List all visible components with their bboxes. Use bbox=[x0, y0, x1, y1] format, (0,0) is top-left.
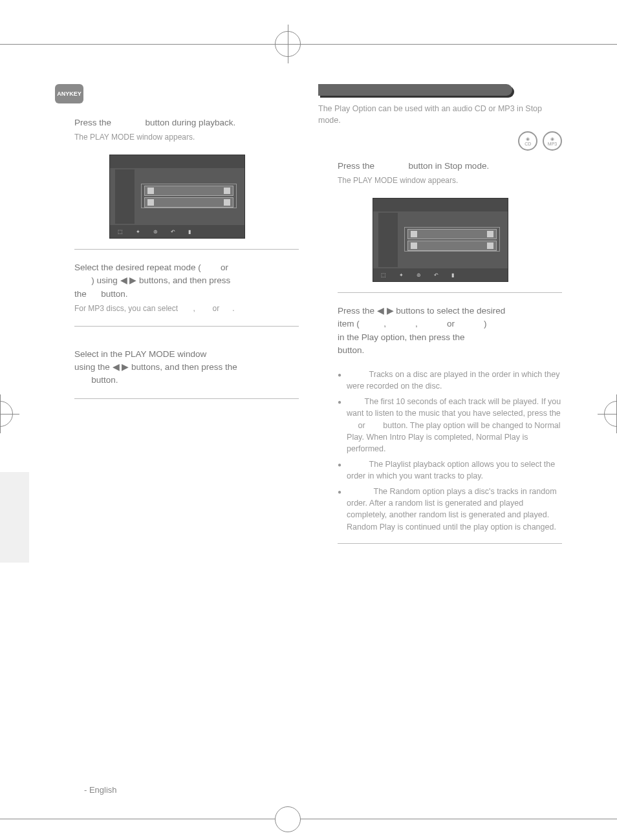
side-tab bbox=[0, 472, 29, 563]
blank bbox=[221, 304, 230, 313]
text: Press the bbox=[74, 118, 114, 127]
right-step-2: Press the ◀ ▶ buttons to select the desi… bbox=[338, 305, 562, 357]
ui-screenshot: ⬚ ✦ ⊛ ↶ ▮ bbox=[373, 198, 508, 282]
crop-mark bbox=[0, 394, 1, 433]
text: buttons, and then press bbox=[139, 275, 230, 285]
section-title-banner bbox=[318, 84, 512, 96]
blank bbox=[197, 304, 210, 313]
return-icon: ↶ bbox=[171, 229, 175, 235]
text: or bbox=[221, 263, 228, 272]
mp3-disc-icon: ◉MP3 bbox=[543, 131, 562, 151]
return-icon: ↶ bbox=[434, 272, 438, 278]
sub-text: The PLAY MODE window appears. bbox=[338, 175, 562, 186]
blank bbox=[377, 161, 406, 171]
ui-screenshot: ⬚ ✦ ⊛ ↶ ▮ bbox=[109, 155, 245, 239]
text: using the bbox=[74, 362, 113, 372]
divider bbox=[74, 249, 299, 250]
bullet-list: ● Tracks on a disc are played in the ord… bbox=[338, 369, 562, 533]
move-icon: ✦ bbox=[399, 272, 404, 278]
blank bbox=[457, 319, 482, 328]
text: the bbox=[74, 289, 89, 299]
step-1: Press the button during playback. The PL… bbox=[74, 116, 299, 143]
left-right-arrow-icon: ◀ ▶ bbox=[120, 275, 137, 285]
text: , bbox=[415, 319, 420, 328]
blank bbox=[367, 421, 381, 430]
divider bbox=[338, 292, 562, 293]
cd-disc-icon: ◉CD bbox=[518, 131, 537, 151]
bullet-icon: ● bbox=[338, 488, 341, 533]
crop-mark bbox=[0, 44, 617, 45]
text: button. bbox=[338, 345, 364, 355]
crop-mark bbox=[288, 25, 288, 63]
text: . bbox=[232, 304, 234, 313]
crop-mark bbox=[0, 819, 617, 819]
blank bbox=[347, 487, 373, 496]
step-3: Select in the PLAY MODE window using the… bbox=[74, 348, 299, 387]
divider bbox=[338, 543, 562, 544]
left-right-arrow-icon: ◀ ▶ bbox=[377, 306, 394, 316]
exit-icon: ▮ bbox=[451, 272, 454, 278]
text: button. bbox=[91, 375, 118, 385]
bullet-icon: ● bbox=[338, 460, 341, 482]
anykey-icon: ⬚ bbox=[381, 272, 386, 278]
blank bbox=[362, 319, 382, 328]
exit-icon: ▮ bbox=[188, 229, 191, 235]
crop-mark bbox=[275, 806, 301, 832]
blank bbox=[389, 319, 413, 328]
step-2: Select the desired repeat mode ( or ) us… bbox=[74, 261, 299, 314]
sub-text: The PLAY MODE window appears. bbox=[74, 132, 299, 143]
blank bbox=[74, 375, 89, 385]
blank bbox=[420, 319, 445, 328]
text: Select the desired repeat mode ( bbox=[74, 263, 201, 272]
text: ) bbox=[484, 319, 487, 328]
move-icon: ✦ bbox=[136, 229, 140, 235]
text: The first 10 seconds of each track will … bbox=[347, 397, 561, 418]
blank bbox=[74, 275, 89, 285]
text: item ( bbox=[338, 319, 360, 328]
text: button during playback. bbox=[146, 118, 236, 127]
blank bbox=[89, 289, 99, 299]
crop-mark bbox=[0, 414, 19, 415]
text: button. bbox=[101, 289, 127, 299]
blank bbox=[114, 118, 143, 127]
text: buttons, and then press the bbox=[131, 362, 237, 372]
text: Press the bbox=[338, 306, 377, 316]
blank bbox=[347, 460, 369, 469]
text: , bbox=[384, 319, 389, 328]
text: The Random option plays a disc's tracks … bbox=[347, 487, 557, 531]
anykey-badge: ANYKEY bbox=[55, 84, 83, 103]
select-icon: ⊛ bbox=[153, 229, 158, 235]
anykey-icon: ⬚ bbox=[118, 229, 123, 235]
text: Select in the PLAY MODE window bbox=[74, 349, 206, 359]
text: ) using bbox=[91, 275, 120, 285]
blank bbox=[204, 263, 219, 272]
text: button in Stop mode. bbox=[409, 161, 490, 171]
text: The Playlist playback option allows you … bbox=[347, 460, 555, 480]
blank bbox=[347, 370, 369, 379]
text: or bbox=[358, 421, 367, 430]
bullet-icon: ● bbox=[338, 398, 341, 455]
bullet-icon: ● bbox=[338, 371, 341, 392]
text: Press the bbox=[338, 161, 377, 171]
divider bbox=[74, 326, 299, 327]
crop-mark bbox=[598, 414, 617, 415]
text: in the Play option, then press the bbox=[338, 332, 465, 342]
blank bbox=[180, 304, 191, 313]
left-right-arrow-icon: ◀ ▶ bbox=[113, 362, 129, 372]
select-icon: ⊛ bbox=[417, 272, 421, 278]
blank bbox=[347, 397, 362, 406]
intro-text: The Play Option can be used with an audi… bbox=[318, 103, 562, 126]
text: buttons to select the desired bbox=[396, 306, 505, 316]
text: For MP3 discs, you can select bbox=[74, 304, 180, 313]
text: or bbox=[447, 319, 457, 328]
text: or bbox=[212, 304, 221, 313]
right-step-1: Press the button in Stop mode. The PLAY … bbox=[338, 160, 562, 186]
page-footer: - English bbox=[84, 785, 117, 795]
blank bbox=[347, 421, 356, 430]
text: Tracks on a disc are played in the order… bbox=[347, 370, 559, 391]
divider bbox=[74, 398, 299, 399]
